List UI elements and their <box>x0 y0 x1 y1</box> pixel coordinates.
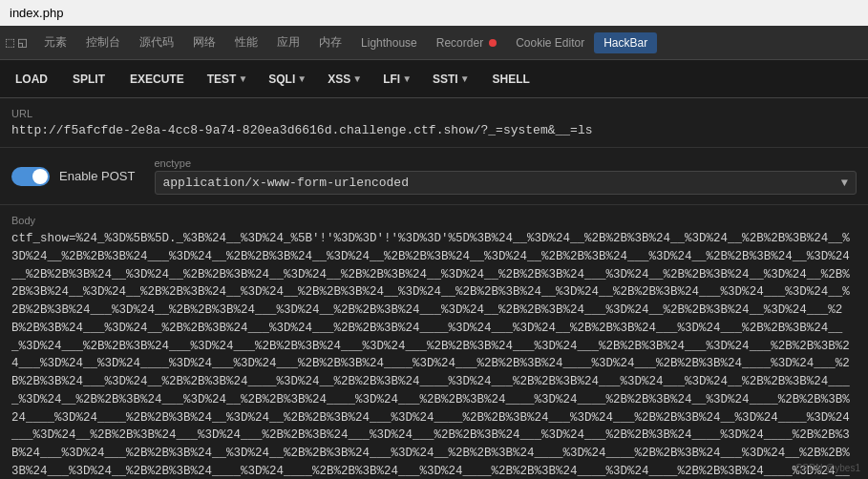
tab-console[interactable]: 控制台 <box>76 26 130 60</box>
enctype-label: enctype <box>155 157 857 169</box>
tab-performance[interactable]: 性能 <box>225 26 267 60</box>
page-title: index.php <box>10 6 63 20</box>
post-section: Enable POST enctype application/x-www-fo… <box>0 148 868 205</box>
url-value[interactable]: http://f5afcfde-2e8a-4cc8-9a74-820ea3d66… <box>11 123 857 137</box>
load-button[interactable]: LOAD <box>4 68 59 91</box>
xss-dropdown[interactable]: XSS ▼ <box>318 68 371 91</box>
tab-network[interactable]: 网络 <box>183 26 225 60</box>
hackbar-toolbar: LOAD SPLIT EXECUTE TEST ▼ SQLI ▼ XSS ▼ L… <box>0 60 868 98</box>
tab-cookie-editor[interactable]: Cookie Editor <box>506 26 594 60</box>
enctype-select[interactable]: application/x-www-form-urlencoded ▼ <box>155 171 857 195</box>
tab-memory[interactable]: 内存 <box>309 26 351 60</box>
watermark: CSDN @ybes1 <box>795 463 860 473</box>
xss-dropdown-arrow-icon: ▼ <box>352 73 362 84</box>
tab-application[interactable]: 应用 <box>267 26 309 60</box>
tab-recorder[interactable]: Recorder <box>427 26 506 60</box>
tab-source[interactable]: 源代码 <box>130 26 183 60</box>
title-bar: index.php <box>0 0 868 26</box>
ssti-dropdown[interactable]: SSTI ▼ <box>423 68 479 91</box>
enable-post-label: Enable POST <box>59 169 136 183</box>
enctype-container: enctype application/x-www-form-urlencode… <box>155 157 857 195</box>
sqli-dropdown[interactable]: SQLI ▼ <box>259 68 316 91</box>
tab-elements[interactable]: 元素 <box>34 26 76 60</box>
tab-hackbar[interactable]: HackBar <box>594 32 657 53</box>
test-dropdown[interactable]: TEST ▼ <box>198 68 258 91</box>
recorder-dot-icon <box>489 39 497 47</box>
enctype-value: application/x-www-form-urlencoded <box>163 176 409 190</box>
ssti-dropdown-arrow-icon: ▼ <box>460 73 470 84</box>
lfi-dropdown[interactable]: LFI ▼ <box>373 68 421 91</box>
tab-lighthouse[interactable]: Lighthouse <box>351 26 427 60</box>
split-button[interactable]: SPLIT <box>61 68 116 91</box>
enable-post-toggle[interactable] <box>11 167 50 186</box>
cursor-icon[interactable]: ⬚ <box>6 33 14 52</box>
enable-post-container: Enable POST <box>11 167 136 186</box>
sqli-dropdown-arrow-icon: ▼ <box>297 73 307 84</box>
test-dropdown-arrow-icon: ▼ <box>238 73 247 84</box>
box-icon[interactable]: ◱ <box>18 33 27 52</box>
devtools-tab-bar: ⬚ ◱ 元素 控制台 源代码 网络 性能 应用 内存 Lighthouse Re… <box>0 26 868 60</box>
execute-button[interactable]: EXECUTE <box>118 68 196 91</box>
body-section: Body ctf_show=%24_%3D%5B%5D._%3B%24__%3D… <box>0 205 868 479</box>
url-label: URL <box>11 108 857 119</box>
body-value[interactable]: ctf_show=%24_%3D%5B%5D._%3B%24__%3D%24_%… <box>11 230 857 479</box>
body-label: Body <box>11 215 857 226</box>
url-section: URL http://f5afcfde-2e8a-4cc8-9a74-820ea… <box>0 98 868 148</box>
shell-button[interactable]: SHELL <box>481 68 541 91</box>
lfi-dropdown-arrow-icon: ▼ <box>402 73 412 84</box>
enctype-dropdown-arrow-icon: ▼ <box>841 177 848 190</box>
watermark-text: CSDN @ybes1 <box>795 463 860 473</box>
